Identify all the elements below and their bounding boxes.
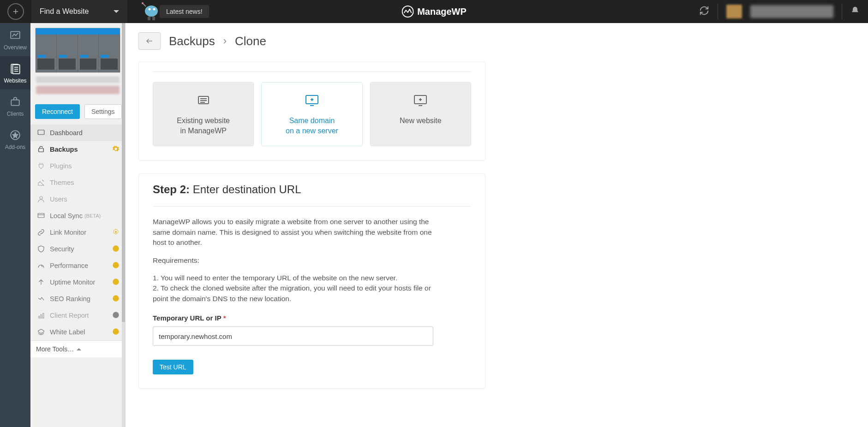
brand-text: ManageWP [417, 6, 467, 17]
menu-plugins[interactable]: Plugins [30, 158, 125, 174]
find-website-label: Find a Website [40, 7, 89, 16]
svg-rect-22 [38, 214, 44, 218]
chevron-right-icon: › [223, 35, 227, 47]
menu-link-monitor[interactable]: Link Monitor [30, 224, 125, 241]
site-url-redacted [36, 86, 120, 94]
top-bar: Find a Website Latest news! ManageWP [0, 0, 868, 23]
svg-point-28 [113, 295, 119, 301]
menu-backups[interactable]: Backups [30, 141, 125, 158]
add-button[interactable] [7, 3, 24, 20]
svg-point-33 [113, 328, 119, 334]
svg-point-21 [40, 196, 42, 199]
requirements-heading: Requirements: [153, 256, 471, 265]
gear-icon[interactable] [112, 261, 120, 270]
site-sidebar: Reconnect Settings Dashboard Backups Plu… [30, 23, 126, 427]
settings-button[interactable]: Settings [84, 104, 122, 119]
more-tools[interactable]: More Tools… [30, 340, 125, 357]
divider [718, 4, 718, 19]
news-label: Latest news! [160, 5, 209, 18]
avatar[interactable] [726, 5, 742, 18]
menu-uptime[interactable]: Uptime Monitor [30, 274, 125, 291]
svg-point-8 [142, 2, 144, 4]
gear-icon[interactable] [112, 295, 120, 303]
chevron-up-icon [77, 346, 81, 350]
svg-point-27 [113, 279, 119, 285]
gear-icon[interactable] [112, 245, 120, 254]
sync-icon[interactable] [699, 6, 709, 18]
url-field-label: Temporary URL or IP* [153, 314, 471, 322]
bell-icon[interactable] [850, 6, 860, 17]
sidebar-scrollbar[interactable] [122, 23, 125, 427]
gear-icon[interactable] [112, 311, 120, 320]
svg-rect-16 [11, 100, 19, 106]
temporary-url-input[interactable] [153, 326, 433, 346]
step-title: Step 2: Enter destination URL [153, 183, 471, 196]
svg-rect-6 [152, 17, 155, 20]
site-thumbnail[interactable] [35, 28, 120, 73]
svg-point-2 [145, 6, 158, 17]
nav-addons[interactable]: Add-ons [0, 123, 30, 156]
monitor-plus-icon [375, 94, 466, 108]
site-card [30, 23, 125, 104]
svg-point-3 [149, 8, 151, 11]
svg-line-7 [143, 4, 146, 6]
svg-rect-19 [38, 130, 44, 135]
svg-rect-29 [39, 316, 40, 319]
menu-users[interactable]: Users [30, 191, 125, 208]
menu-local-sync[interactable]: Local Sync(BETA) [30, 208, 125, 224]
breadcrumb: Backups › Clone [138, 23, 855, 62]
svg-point-32 [113, 312, 119, 318]
svg-point-26 [113, 262, 119, 268]
menu-themes[interactable]: Themes [30, 174, 125, 191]
dest-same-domain[interactable]: Same domainon a new server [261, 82, 362, 146]
svg-point-4 [153, 8, 156, 11]
svg-rect-20 [39, 148, 44, 152]
svg-marker-18 [13, 133, 18, 138]
site-menu: Dashboard Backups Plugins Themes Users L… [30, 125, 125, 340]
monitor-plus-icon [266, 94, 357, 108]
divider [842, 4, 842, 19]
test-url-button[interactable]: Test URL [153, 360, 193, 374]
chevron-down-icon [114, 10, 119, 16]
user-menu[interactable] [750, 5, 833, 18]
find-website-dropdown[interactable]: Find a Website [31, 0, 127, 23]
requirements-list: 1. You will need to enter the temporary … [153, 273, 439, 304]
menu-white-label[interactable]: White Label [30, 324, 125, 340]
svg-point-25 [113, 245, 119, 251]
svg-rect-30 [41, 315, 42, 319]
dest-existing-website[interactable]: Existing websitein ManageWP [153, 82, 254, 146]
breadcrumb-root[interactable]: Backups [169, 34, 215, 48]
gear-icon[interactable] [112, 278, 120, 287]
destination-panel: Existing websitein ManageWP Same domaino… [138, 62, 485, 160]
nav-rail: Overview Websites Clients Add-ons [0, 23, 30, 427]
brand-icon [401, 6, 413, 18]
menu-seo[interactable]: SEO Ranking [30, 291, 125, 307]
breadcrumb-leaf: Clone [235, 34, 266, 48]
reconnect-button[interactable]: Reconnect [35, 104, 80, 119]
main-content: Backups › Clone Existing websitein Manag… [126, 23, 868, 427]
back-button[interactable] [138, 32, 161, 50]
step-intro: ManageWP allows you to easily migrate a … [153, 217, 439, 248]
latest-news[interactable]: Latest news! [138, 2, 209, 21]
menu-performance[interactable]: Performance [30, 257, 125, 274]
gear-icon[interactable] [112, 328, 120, 337]
svg-rect-31 [43, 314, 44, 319]
gear-icon[interactable] [112, 145, 120, 154]
list-icon [158, 94, 249, 108]
site-name-redacted [36, 77, 120, 83]
brand-logo[interactable]: ManageWP [401, 6, 467, 18]
nav-overview[interactable]: Overview [0, 23, 30, 56]
nav-clients[interactable]: Clients [0, 89, 30, 123]
svg-rect-5 [148, 17, 150, 20]
menu-dashboard[interactable]: Dashboard [30, 125, 125, 141]
menu-security[interactable]: Security [30, 241, 125, 257]
menu-client-report[interactable]: Client Report [30, 307, 125, 324]
nav-websites[interactable]: Websites [0, 56, 30, 89]
dest-new-website[interactable]: New website [370, 82, 471, 146]
gear-icon[interactable] [112, 228, 120, 237]
step2-panel: Step 2: Enter destination URL ManageWP a… [138, 173, 485, 389]
svg-point-24 [115, 231, 117, 233]
